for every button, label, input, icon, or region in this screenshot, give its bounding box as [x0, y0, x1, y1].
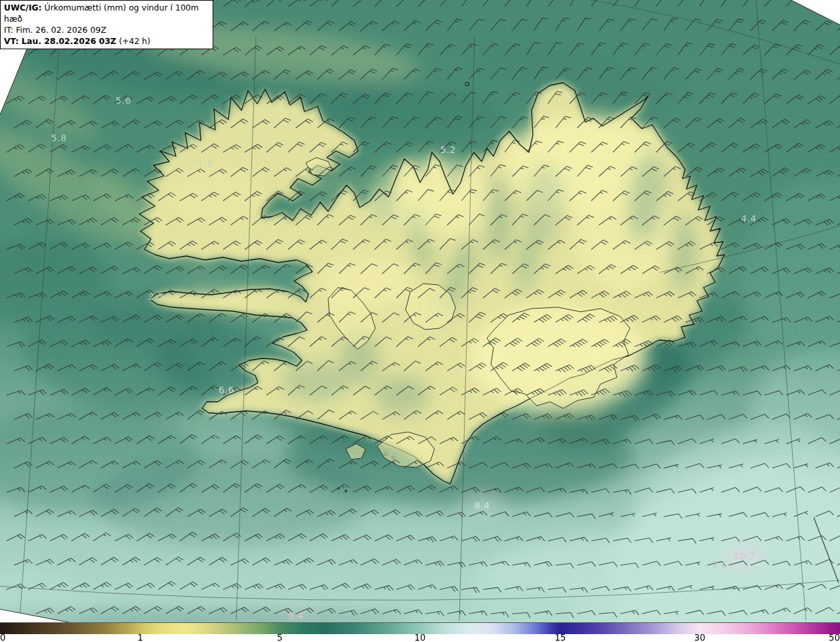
colorbar-tick-label: 30	[694, 633, 705, 642]
colorbar-tick-label: 5	[277, 633, 283, 642]
weather-map-page: 5.65.81.85.24.42.71.91.10.96.68.47.610.7…	[0, 0, 840, 642]
model-id: UWC/IG:	[4, 3, 42, 12]
map-canvas	[0, 0, 840, 622]
colorbar-tick-label: 50	[829, 633, 840, 642]
title-line-2: IT: Fim. 26. 02. 2026 09Z	[4, 24, 209, 35]
colorbar-tick-label: 0	[0, 633, 6, 642]
title-box: UWC/IG: Úrkomumætti (mm) og vindur í 100…	[0, 0, 213, 49]
colorbar-tick-label: 10	[414, 633, 425, 642]
colorbar-tick-label: 1	[137, 633, 143, 642]
title-line-3: VT: Lau. 28.02.2026 03Z (+42 h)	[4, 35, 209, 47]
colorbar-tick-label: 15	[555, 633, 566, 642]
title-line-1: UWC/IG: Úrkomumætti (mm) og vindur í 100…	[4, 2, 209, 24]
colorbar: 01510153050	[0, 622, 840, 642]
